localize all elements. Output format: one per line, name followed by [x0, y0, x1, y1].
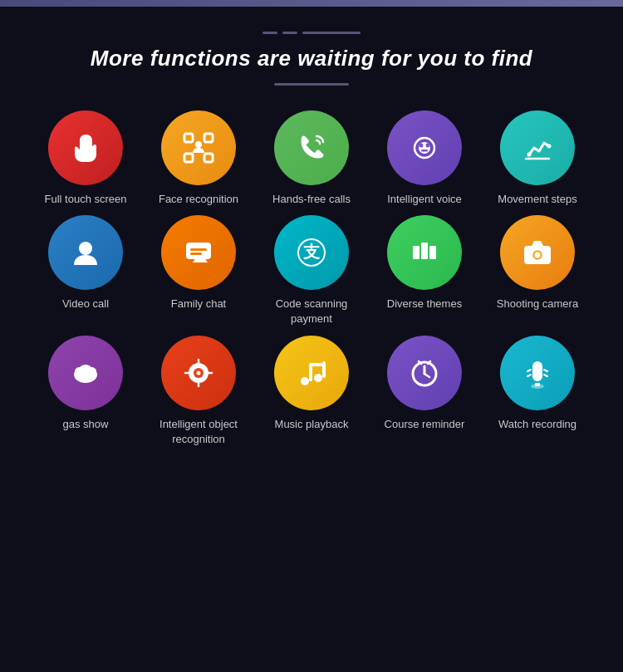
svg-point-24 [535, 253, 541, 258]
svg-rect-48 [532, 361, 542, 381]
top-bar [0, 0, 623, 7]
feature-label-intelligent-voice: Intelligent voice [387, 192, 462, 207]
svg-point-32 [197, 370, 201, 375]
feature-label-video-call: Video call [62, 297, 109, 311]
feature-item-face-recognition[interactable]: Face recognition [146, 110, 251, 207]
svg-rect-21 [429, 246, 436, 259]
feature-label-shooting-camera: Shooting camera [497, 297, 578, 311]
svg-point-37 [301, 377, 309, 385]
feature-label-music-playback: Music playback [275, 417, 349, 432]
feature-item-watch-recording[interactable]: Watch recording [485, 336, 590, 447]
feature-label-face-recognition: Face recognition [159, 192, 238, 207]
features-grid: Full touch screen Face recognition Hands… [0, 94, 623, 464]
feature-label-watch-recording: Watch recording [498, 417, 576, 432]
icon-circle-gas-show [48, 336, 123, 410]
icon-circle-shooting-camera [500, 215, 575, 290]
svg-line-50 [527, 370, 531, 371]
svg-rect-16 [190, 253, 202, 255]
svg-rect-41 [309, 363, 326, 366]
svg-point-38 [314, 374, 322, 382]
feature-label-family-chat: Family chat [171, 297, 226, 311]
svg-rect-15 [190, 248, 207, 251]
svg-point-12 [547, 145, 552, 149]
svg-point-0 [83, 136, 86, 140]
main-title: More functions are waiting for you to fi… [17, 46, 606, 71]
feature-item-gas-show[interactable]: gas show [33, 336, 138, 447]
icon-circle-intelligent-voice [387, 110, 462, 185]
feature-item-full-touch-screen[interactable]: Full touch screen [33, 110, 138, 207]
dec-line-bottom [274, 83, 349, 86]
svg-line-51 [544, 370, 547, 371]
feature-item-intelligent-voice[interactable]: Intelligent voice [372, 110, 477, 207]
svg-point-5 [195, 141, 202, 148]
dec-line-1 [262, 32, 277, 34]
feature-label-full-touch-screen: Full touch screen [45, 192, 127, 207]
icon-circle-code-scanning-payment: 支 [274, 215, 349, 290]
feature-label-course-reminder: Course reminder [385, 417, 465, 432]
feature-label-movement-steps: Movement steps [498, 192, 576, 207]
svg-rect-49 [535, 383, 540, 386]
feature-item-shooting-camera[interactable]: Shooting camera [485, 215, 590, 326]
svg-rect-2 [204, 134, 213, 142]
feature-item-family-chat[interactable]: Family chat [146, 215, 251, 326]
svg-line-53 [544, 375, 547, 376]
icon-circle-family-chat [161, 215, 236, 290]
feature-label-hands-free-calls: Hands-free calls [272, 192, 351, 207]
feature-label-diverse-themes: Diverse themes [387, 297, 462, 311]
svg-point-9 [426, 144, 430, 148]
header: More functions are waiting for you to fi… [0, 7, 623, 94]
decorative-lines-top [17, 32, 606, 34]
feature-item-intelligent-object-recognition[interactable]: Intelligent object recognition [146, 336, 251, 447]
svg-line-52 [527, 375, 531, 376]
svg-point-13 [79, 242, 92, 255]
icon-circle-full-touch-screen [48, 110, 123, 185]
icon-circle-face-recognition [161, 110, 236, 185]
icon-circle-diverse-themes [387, 215, 462, 290]
feature-item-code-scanning-payment[interactable]: 支 Code scanning payment [259, 215, 364, 326]
decorative-lines-bottom [17, 83, 606, 86]
feature-label-intelligent-object-recognition: Intelligent object recognition [146, 417, 251, 447]
svg-point-11 [527, 153, 532, 157]
svg-rect-1 [184, 134, 193, 142]
feature-item-hands-free-calls[interactable]: Hands-free calls [259, 110, 364, 207]
icon-circle-hands-free-calls [274, 110, 349, 185]
feature-label-gas-show: gas show [63, 417, 109, 432]
svg-rect-3 [184, 154, 193, 162]
icon-circle-intelligent-object-recognition [161, 336, 236, 410]
svg-point-29 [79, 365, 92, 375]
feature-item-video-call[interactable]: Video call [33, 215, 138, 326]
svg-rect-10 [421, 150, 428, 152]
feature-item-music-playback[interactable]: Music playback [259, 336, 364, 447]
feature-item-course-reminder[interactable]: Course reminder [372, 336, 477, 447]
icon-circle-course-reminder [387, 336, 462, 410]
svg-point-8 [419, 144, 424, 148]
svg-rect-4 [204, 154, 213, 162]
feature-label-code-scanning-payment: Code scanning payment [259, 297, 364, 326]
dec-line-2 [282, 32, 297, 34]
feature-item-diverse-themes[interactable]: Diverse themes [372, 215, 477, 326]
icon-circle-movement-steps [500, 110, 575, 185]
svg-line-44 [424, 374, 429, 377]
svg-rect-20 [421, 243, 428, 259]
icon-circle-music-playback [274, 336, 349, 410]
svg-rect-19 [413, 246, 419, 259]
dec-line-3 [302, 32, 361, 34]
icon-circle-video-call [48, 215, 123, 290]
icon-circle-watch-recording [500, 336, 575, 410]
svg-text:支: 支 [302, 243, 321, 261]
feature-item-movement-steps[interactable]: Movement steps [485, 110, 590, 207]
